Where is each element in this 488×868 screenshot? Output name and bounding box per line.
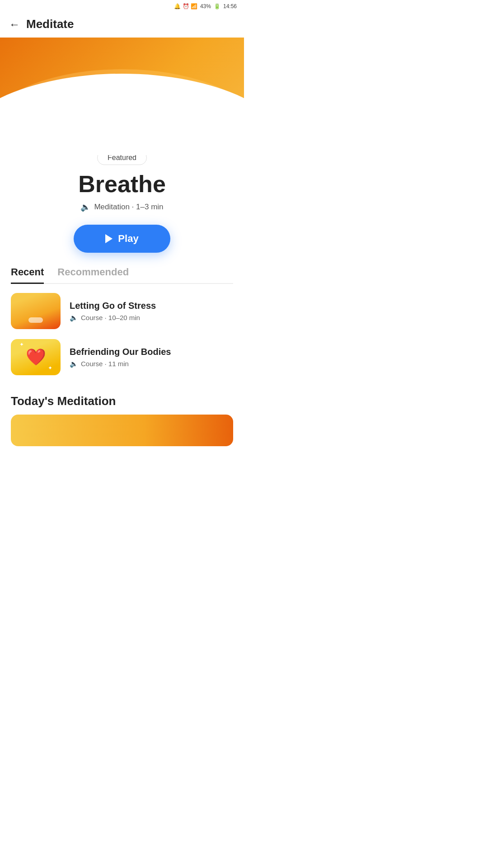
heart-icon: ❤️ ✦ ✦ [26, 348, 46, 367]
battery-icon: 🔋 [214, 3, 221, 9]
item-title: Befriending Our Bodies [70, 347, 233, 357]
todays-preview-card[interactable] [11, 415, 233, 446]
audio-icon: 🔈 [70, 314, 78, 322]
item-info: Letting Go of Stress 🔈 Course · 10–20 mi… [70, 301, 233, 322]
audio-icon: 🔈 [80, 202, 90, 212]
back-button[interactable]: ← [9, 18, 20, 31]
item-thumbnail-stress [11, 293, 61, 329]
item-meta: 🔈 Course · 10–20 min [70, 314, 233, 322]
page-title: Meditate [26, 17, 74, 31]
audio-icon: 🔈 [70, 360, 78, 368]
header: ← Meditate [0, 13, 244, 38]
status-bar: 🔔 ⏰ 📶 43% 🔋 14:56 [0, 0, 244, 13]
item-meta: 🔈 Course · 11 min [70, 360, 233, 368]
hero-arc [0, 74, 244, 155]
play-label: Play [118, 233, 138, 245]
play-triangle-icon [105, 234, 113, 243]
hero-section [0, 38, 244, 155]
item-meta-text: Course · 11 min [81, 360, 129, 368]
recent-list: Letting Go of Stress 🔈 Course · 10–20 mi… [0, 293, 244, 375]
tabs-row: Recent Recommended [11, 266, 233, 284]
todays-meditation-title: Today's Meditation [11, 394, 233, 408]
tab-recent[interactable]: Recent [11, 266, 44, 284]
featured-section: Featured Breathe 🔈 Meditation · 1–3 min … [0, 146, 244, 266]
featured-meta: 🔈 Meditation · 1–3 min [80, 202, 163, 212]
sparkle-icon: ✦ [48, 365, 52, 371]
todays-section: Today's Meditation [0, 385, 244, 446]
item-info: Befriending Our Bodies 🔈 Course · 11 min [70, 347, 233, 368]
item-title: Letting Go of Stress [70, 301, 233, 311]
featured-meta-text: Meditation · 1–3 min [94, 203, 163, 212]
item-thumbnail-bodies: ❤️ ✦ ✦ [11, 339, 61, 375]
item-meta-text: Course · 10–20 min [81, 314, 140, 321]
play-button[interactable]: Play [74, 225, 170, 253]
status-icons: 🔔 ⏰ 📶 [174, 3, 197, 9]
tab-recommended[interactable]: Recommended [57, 266, 129, 283]
list-item[interactable]: Letting Go of Stress 🔈 Course · 10–20 mi… [11, 293, 233, 329]
sparkle-icon: ✦ [19, 341, 24, 348]
list-item[interactable]: ❤️ ✦ ✦ Befriending Our Bodies 🔈 Course ·… [11, 339, 233, 375]
battery-percent: 43% [200, 3, 211, 9]
featured-title: Breathe [78, 170, 166, 198]
pill-decoration [28, 317, 43, 323]
tabs-section: Recent Recommended [0, 266, 244, 284]
clock: 14:56 [223, 3, 237, 9]
